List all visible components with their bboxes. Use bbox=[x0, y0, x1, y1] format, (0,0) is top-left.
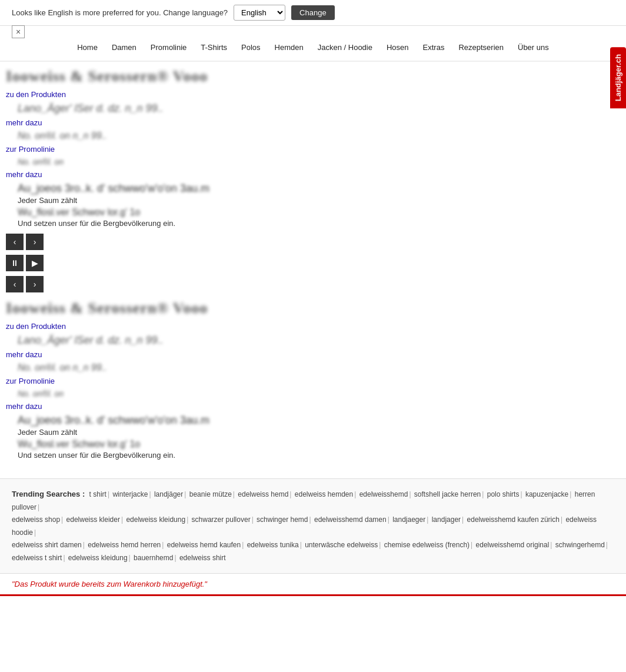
hero-title-text-1: Iooweiss & Serossern® Vooo bbox=[6, 68, 208, 85]
subtitle-1-3: No. on®l. on bbox=[18, 157, 614, 167]
trending-link-4[interactable]: edelweiss hemd bbox=[238, 490, 288, 498]
trending-link-28[interactable]: schwingerhemd bbox=[555, 541, 605, 549]
trending-link-2[interactable]: landjäger bbox=[154, 490, 183, 498]
trending-link-12[interactable]: edelweiss kleider bbox=[66, 515, 120, 524]
hero-block-1: Iooweiss & Serossern® Vooo zu den Produk… bbox=[6, 68, 614, 228]
slider-next-1[interactable]: › bbox=[26, 234, 44, 250]
subtitle-2-1: Lano_Äger' lSer d. dz. n_n 99.. bbox=[18, 334, 614, 347]
mehr-dazu-link-2[interactable]: mehr dazu bbox=[6, 170, 614, 179]
trending-link-22[interactable]: edelweiss hemd herren bbox=[88, 541, 161, 549]
trending-link-5[interactable]: edelweiss hemden bbox=[295, 490, 353, 498]
trending-link-0[interactable]: t shirt bbox=[89, 490, 106, 498]
trending-link-24[interactable]: edelweiss tunika bbox=[247, 541, 299, 549]
quality-sub1-2: Jeder Saum zählt bbox=[18, 428, 614, 437]
zur-promolinie-link-2[interactable]: zur Promolinie bbox=[6, 377, 614, 385]
play-icon: ▶ bbox=[32, 258, 38, 268]
language-select[interactable]: English Deutsch Français bbox=[234, 5, 285, 21]
link-to-products-2[interactable]: zu den Produkten bbox=[6, 322, 614, 331]
slider-prev-2[interactable]: ‹ bbox=[6, 276, 24, 292]
chevron-right-icon-1: › bbox=[34, 237, 36, 247]
hero-title-text-2: Iooweiss & Serossern® Vooo bbox=[6, 300, 208, 317]
quality-sub3-1: Und setzen unser für die Bergbevölkerung… bbox=[18, 219, 614, 228]
main-content: Iooweiss & Serossern® Vooo zu den Produk… bbox=[0, 62, 626, 473]
trending-link-25[interactable]: unterwäsche edelweiss bbox=[305, 541, 378, 549]
quality-text-1: Au_joeos 3ro..k. d' schwwo'w'o'on 3au.m bbox=[18, 182, 614, 195]
slider-next-2[interactable]: › bbox=[26, 276, 44, 292]
slider-pause[interactable]: ⏸ bbox=[6, 255, 24, 271]
trending-label: Trending Searches : bbox=[12, 490, 85, 498]
trending-searches: Trending Searches : t shirt| winterjacke… bbox=[0, 478, 626, 573]
trending-link-21[interactable]: edelweiss shirt damen bbox=[12, 541, 82, 549]
close-icon: × bbox=[16, 27, 21, 36]
quality-sub1-1: Jeder Saum zählt bbox=[18, 196, 614, 205]
zur-promolinie-link-1[interactable]: zur Promolinie bbox=[6, 145, 614, 154]
quality-sub2-2: Wu_flosl.ver Schwov lor.g' 1o bbox=[18, 439, 614, 450]
nav-hosen[interactable]: Hosen bbox=[381, 40, 415, 55]
trending-link-16[interactable]: edelweisshemd damen bbox=[314, 515, 387, 524]
trending-link-29[interactable]: edelweiss t shirt bbox=[12, 554, 62, 562]
trending-link-15[interactable]: schwinger hemd bbox=[257, 515, 308, 524]
nav-extras[interactable]: Extras bbox=[417, 40, 451, 55]
mehr-dazu-link-3[interactable]: mehr dazu bbox=[6, 350, 614, 359]
nav-jacken-hoodie[interactable]: Jacken / Hoodie bbox=[312, 40, 378, 55]
slider-controls-row3: ‹ › bbox=[6, 276, 614, 292]
subtitle-2-3: No. on®l. on bbox=[18, 389, 614, 398]
trending-links-container: Trending Searches : t shirt| winterjacke… bbox=[12, 487, 614, 565]
side-tab[interactable]: Landjäger.ch bbox=[610, 47, 626, 108]
hero-title-2: Iooweiss & Serossern® Vooo bbox=[6, 300, 614, 317]
nav-uber-uns[interactable]: Über uns bbox=[512, 40, 555, 55]
link-to-products-1[interactable]: zu den Produkten bbox=[6, 90, 614, 99]
nav-tshirts[interactable]: T-Shirts bbox=[195, 40, 233, 55]
chevron-left-icon-2: ‹ bbox=[14, 280, 16, 289]
nav-promolinie[interactable]: Promolinie bbox=[145, 40, 192, 55]
main-nav: Home Damen Promolinie T-Shirts Polos Hem… bbox=[0, 34, 626, 62]
trending-link-18[interactable]: landjager bbox=[432, 515, 461, 524]
change-language-button[interactable]: Change bbox=[291, 5, 335, 20]
trending-link-23[interactable]: edelweiss hemd kaufen bbox=[167, 541, 241, 549]
chevron-left-icon-1: ‹ bbox=[14, 237, 16, 247]
chevron-right-icon-2: › bbox=[34, 280, 36, 289]
quality-text-2: Au_joeos 3ro..k. d' schwwo'w'o'on 3au.m bbox=[18, 414, 614, 427]
language-bar: Looks like English is more preferred for… bbox=[0, 0, 626, 26]
quality-sub2-1: Wu_flosl.ver Schwov lor.g' 1o bbox=[18, 207, 614, 218]
hero-block-2: Iooweiss & Serossern® Vooo zu den Produk… bbox=[6, 300, 614, 460]
trending-link-30[interactable]: edelweiss kleidung bbox=[68, 554, 128, 562]
trending-link-1[interactable]: winterjacke bbox=[112, 490, 148, 498]
trending-link-32[interactable]: edelweiss shirt bbox=[179, 554, 226, 562]
trending-link-11[interactable]: edelweiss shop bbox=[12, 515, 60, 524]
subtitle-2-2: No. on®l. on n_n 99.. bbox=[18, 362, 614, 373]
trending-link-14[interactable]: schwarzer pullover bbox=[192, 515, 251, 524]
nav-polos[interactable]: Polos bbox=[235, 40, 267, 55]
trending-link-19[interactable]: edelweisshemd kaufen zürich bbox=[467, 515, 560, 524]
quality-sub3-2: Und setzen unser für die Bergbevölkerung… bbox=[18, 451, 614, 460]
toast-message: "Das Produkt wurde bereits zum Warenkorb… bbox=[12, 580, 207, 588]
trending-link-6[interactable]: edelweisshemd bbox=[359, 490, 408, 498]
hero-title-1: Iooweiss & Serossern® Vooo bbox=[6, 68, 614, 85]
subtitle-1-1: Lano_Äger' lSer d. dz. n_n 99.. bbox=[18, 102, 614, 115]
trending-link-13[interactable]: edelweiss kleidung bbox=[126, 515, 185, 524]
slider-play[interactable]: ▶ bbox=[26, 255, 44, 271]
trending-link-26[interactable]: chemise edelweiss (french) bbox=[384, 541, 470, 549]
nav-hemden[interactable]: Hemden bbox=[269, 40, 309, 55]
trending-link-27[interactable]: edelweisshemd original bbox=[476, 541, 550, 549]
slider-prev-1[interactable]: ‹ bbox=[6, 234, 24, 250]
subtitle-1-2: No. on®l. on n_n 99.. bbox=[18, 131, 614, 141]
nav-home[interactable]: Home bbox=[71, 40, 104, 55]
trending-link-31[interactable]: bauernhemd bbox=[134, 554, 173, 562]
slider-controls-row1: ‹ › bbox=[6, 234, 614, 250]
trending-link-9[interactable]: kapuzenjacke bbox=[525, 490, 568, 498]
trending-link-7[interactable]: softshell jacke herren bbox=[414, 490, 481, 498]
trending-link-17[interactable]: landjaeger bbox=[392, 515, 425, 524]
nav-rezeptserien[interactable]: Rezeptserien bbox=[452, 40, 510, 55]
close-lang-bar-button[interactable]: × bbox=[12, 25, 25, 38]
mehr-dazu-link-1[interactable]: mehr dazu bbox=[6, 118, 614, 127]
trending-link-8[interactable]: polo shirts bbox=[487, 490, 520, 498]
trending-link-3[interactable]: beanie mütze bbox=[189, 490, 232, 498]
toast-notification: "Das Produkt wurde bereits zum Warenkorb… bbox=[0, 573, 626, 596]
mehr-dazu-link-4[interactable]: mehr dazu bbox=[6, 402, 614, 411]
nav-damen[interactable]: Damen bbox=[106, 40, 142, 55]
lang-message: Looks like English is more preferred for… bbox=[12, 8, 228, 17]
slider-controls-row2: ⏸ ▶ bbox=[6, 255, 614, 271]
pause-icon: ⏸ bbox=[11, 258, 19, 268]
